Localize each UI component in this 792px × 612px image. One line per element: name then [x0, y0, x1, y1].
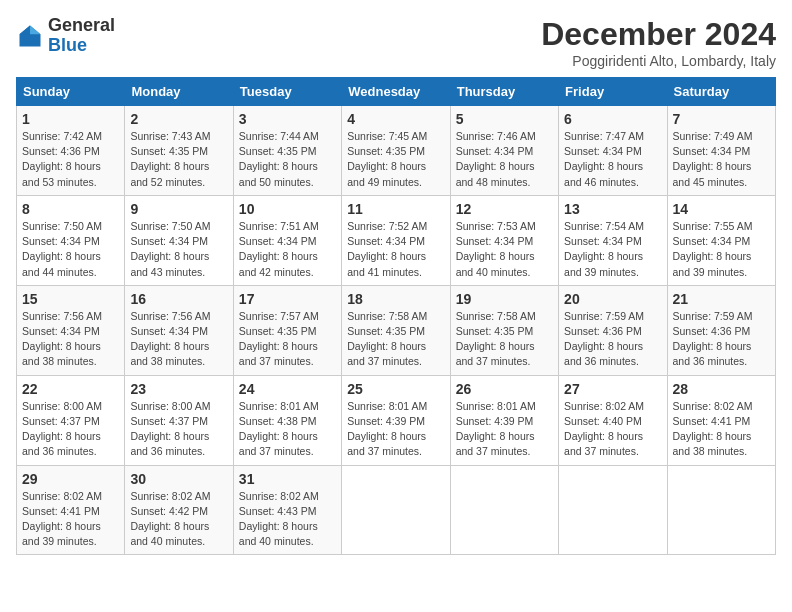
day-cell: 17 Sunrise: 7:57 AMSunset: 4:35 PMDaylig…	[233, 285, 341, 375]
day-number: 20	[564, 291, 661, 307]
day-detail: Sunrise: 7:59 AMSunset: 4:36 PMDaylight:…	[564, 309, 661, 370]
day-cell: 20 Sunrise: 7:59 AMSunset: 4:36 PMDaylig…	[559, 285, 667, 375]
logo-icon	[16, 22, 44, 50]
day-number: 3	[239, 111, 336, 127]
header-row: Sunday Monday Tuesday Wednesday Thursday…	[17, 78, 776, 106]
day-number: 6	[564, 111, 661, 127]
day-number: 16	[130, 291, 227, 307]
day-cell	[342, 465, 450, 555]
day-cell: 18 Sunrise: 7:58 AMSunset: 4:35 PMDaylig…	[342, 285, 450, 375]
svg-marker-1	[30, 25, 41, 34]
day-cell: 1 Sunrise: 7:42 AMSunset: 4:36 PMDayligh…	[17, 106, 125, 196]
day-detail: Sunrise: 8:02 AMSunset: 4:42 PMDaylight:…	[130, 489, 227, 550]
day-number: 22	[22, 381, 119, 397]
svg-marker-2	[20, 25, 31, 34]
day-detail: Sunrise: 7:58 AMSunset: 4:35 PMDaylight:…	[347, 309, 444, 370]
logo-general: General	[48, 15, 115, 35]
day-cell: 14 Sunrise: 7:55 AMSunset: 4:34 PMDaylig…	[667, 195, 775, 285]
day-number: 7	[673, 111, 770, 127]
day-number: 29	[22, 471, 119, 487]
day-cell	[667, 465, 775, 555]
header-wednesday: Wednesday	[342, 78, 450, 106]
day-detail: Sunrise: 7:44 AMSunset: 4:35 PMDaylight:…	[239, 129, 336, 190]
day-cell: 4 Sunrise: 7:45 AMSunset: 4:35 PMDayligh…	[342, 106, 450, 196]
day-cell: 28 Sunrise: 8:02 AMSunset: 4:41 PMDaylig…	[667, 375, 775, 465]
day-cell: 5 Sunrise: 7:46 AMSunset: 4:34 PMDayligh…	[450, 106, 558, 196]
day-detail: Sunrise: 7:57 AMSunset: 4:35 PMDaylight:…	[239, 309, 336, 370]
day-number: 9	[130, 201, 227, 217]
day-detail: Sunrise: 7:51 AMSunset: 4:34 PMDaylight:…	[239, 219, 336, 280]
day-cell: 31 Sunrise: 8:02 AMSunset: 4:43 PMDaylig…	[233, 465, 341, 555]
day-detail: Sunrise: 7:50 AMSunset: 4:34 PMDaylight:…	[130, 219, 227, 280]
header-friday: Friday	[559, 78, 667, 106]
header-thursday: Thursday	[450, 78, 558, 106]
day-detail: Sunrise: 8:00 AMSunset: 4:37 PMDaylight:…	[130, 399, 227, 460]
day-number: 4	[347, 111, 444, 127]
day-number: 28	[673, 381, 770, 397]
day-cell: 12 Sunrise: 7:53 AMSunset: 4:34 PMDaylig…	[450, 195, 558, 285]
day-number: 10	[239, 201, 336, 217]
day-cell: 10 Sunrise: 7:51 AMSunset: 4:34 PMDaylig…	[233, 195, 341, 285]
day-cell: 9 Sunrise: 7:50 AMSunset: 4:34 PMDayligh…	[125, 195, 233, 285]
day-detail: Sunrise: 8:01 AMSunset: 4:39 PMDaylight:…	[456, 399, 553, 460]
day-detail: Sunrise: 7:46 AMSunset: 4:34 PMDaylight:…	[456, 129, 553, 190]
day-number: 12	[456, 201, 553, 217]
day-cell: 30 Sunrise: 8:02 AMSunset: 4:42 PMDaylig…	[125, 465, 233, 555]
day-number: 19	[456, 291, 553, 307]
day-cell: 6 Sunrise: 7:47 AMSunset: 4:34 PMDayligh…	[559, 106, 667, 196]
day-detail: Sunrise: 7:49 AMSunset: 4:34 PMDaylight:…	[673, 129, 770, 190]
day-cell: 27 Sunrise: 8:02 AMSunset: 4:40 PMDaylig…	[559, 375, 667, 465]
day-detail: Sunrise: 7:59 AMSunset: 4:36 PMDaylight:…	[673, 309, 770, 370]
day-detail: Sunrise: 8:01 AMSunset: 4:38 PMDaylight:…	[239, 399, 336, 460]
week-row-5: 29 Sunrise: 8:02 AMSunset: 4:41 PMDaylig…	[17, 465, 776, 555]
day-cell: 13 Sunrise: 7:54 AMSunset: 4:34 PMDaylig…	[559, 195, 667, 285]
day-number: 17	[239, 291, 336, 307]
day-detail: Sunrise: 7:58 AMSunset: 4:35 PMDaylight:…	[456, 309, 553, 370]
header-saturday: Saturday	[667, 78, 775, 106]
calendar-subtitle: Poggiridenti Alto, Lombardy, Italy	[541, 53, 776, 69]
week-row-4: 22 Sunrise: 8:00 AMSunset: 4:37 PMDaylig…	[17, 375, 776, 465]
day-number: 5	[456, 111, 553, 127]
day-number: 2	[130, 111, 227, 127]
logo: General Blue	[16, 16, 115, 56]
day-detail: Sunrise: 7:56 AMSunset: 4:34 PMDaylight:…	[130, 309, 227, 370]
day-cell: 23 Sunrise: 8:00 AMSunset: 4:37 PMDaylig…	[125, 375, 233, 465]
day-detail: Sunrise: 8:02 AMSunset: 4:41 PMDaylight:…	[22, 489, 119, 550]
header-monday: Monday	[125, 78, 233, 106]
header-sunday: Sunday	[17, 78, 125, 106]
title-area: December 2024 Poggiridenti Alto, Lombard…	[541, 16, 776, 69]
day-cell: 7 Sunrise: 7:49 AMSunset: 4:34 PMDayligh…	[667, 106, 775, 196]
day-detail: Sunrise: 8:01 AMSunset: 4:39 PMDaylight:…	[347, 399, 444, 460]
header-tuesday: Tuesday	[233, 78, 341, 106]
week-row-2: 8 Sunrise: 7:50 AMSunset: 4:34 PMDayligh…	[17, 195, 776, 285]
day-number: 26	[456, 381, 553, 397]
day-detail: Sunrise: 7:54 AMSunset: 4:34 PMDaylight:…	[564, 219, 661, 280]
day-number: 8	[22, 201, 119, 217]
day-number: 25	[347, 381, 444, 397]
day-number: 1	[22, 111, 119, 127]
day-detail: Sunrise: 7:43 AMSunset: 4:35 PMDaylight:…	[130, 129, 227, 190]
day-cell	[450, 465, 558, 555]
day-detail: Sunrise: 7:50 AMSunset: 4:34 PMDaylight:…	[22, 219, 119, 280]
day-detail: Sunrise: 7:42 AMSunset: 4:36 PMDaylight:…	[22, 129, 119, 190]
day-number: 30	[130, 471, 227, 487]
day-cell: 11 Sunrise: 7:52 AMSunset: 4:34 PMDaylig…	[342, 195, 450, 285]
day-number: 13	[564, 201, 661, 217]
day-cell: 2 Sunrise: 7:43 AMSunset: 4:35 PMDayligh…	[125, 106, 233, 196]
day-detail: Sunrise: 7:53 AMSunset: 4:34 PMDaylight:…	[456, 219, 553, 280]
day-number: 21	[673, 291, 770, 307]
day-detail: Sunrise: 8:02 AMSunset: 4:43 PMDaylight:…	[239, 489, 336, 550]
day-detail: Sunrise: 7:56 AMSunset: 4:34 PMDaylight:…	[22, 309, 119, 370]
day-number: 15	[22, 291, 119, 307]
week-row-1: 1 Sunrise: 7:42 AMSunset: 4:36 PMDayligh…	[17, 106, 776, 196]
day-number: 14	[673, 201, 770, 217]
day-cell: 25 Sunrise: 8:01 AMSunset: 4:39 PMDaylig…	[342, 375, 450, 465]
page-header: General Blue December 2024 Poggiridenti …	[16, 16, 776, 69]
day-number: 18	[347, 291, 444, 307]
day-cell: 8 Sunrise: 7:50 AMSunset: 4:34 PMDayligh…	[17, 195, 125, 285]
day-detail: Sunrise: 8:00 AMSunset: 4:37 PMDaylight:…	[22, 399, 119, 460]
day-cell: 3 Sunrise: 7:44 AMSunset: 4:35 PMDayligh…	[233, 106, 341, 196]
logo-blue: Blue	[48, 35, 87, 55]
day-detail: Sunrise: 8:02 AMSunset: 4:40 PMDaylight:…	[564, 399, 661, 460]
day-cell	[559, 465, 667, 555]
